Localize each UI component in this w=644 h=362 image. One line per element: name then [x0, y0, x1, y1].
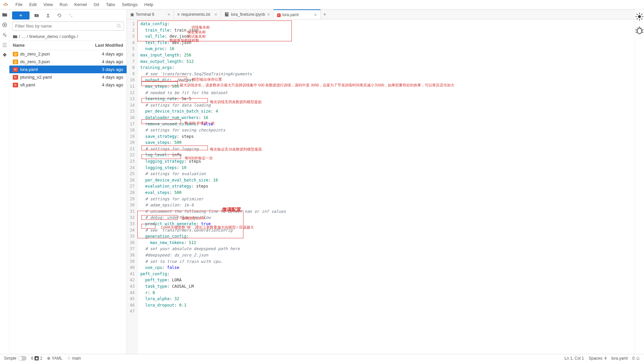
tab-icon: ▣	[130, 12, 134, 17]
annotation: 微调类型LoRA	[181, 215, 205, 221]
tab-label: lora_finetune.ipynb	[231, 12, 265, 17]
file-modified: 4 days ago	[102, 59, 123, 64]
file-indicator: lora.yaml	[611, 356, 628, 361]
menu-file[interactable]: File	[12, 1, 26, 8]
svg-point-0	[5, 3, 6, 4]
svg-rect-2	[4, 24, 5, 26]
file-modified: 4 days ago	[102, 82, 123, 87]
toc-icon[interactable]	[2, 42, 7, 48]
close-icon[interactable]: ×	[168, 12, 170, 17]
file-browser: + / … / finetune_demo / configs / Name L…	[9, 9, 127, 354]
col-modified[interactable]: Last Modified	[95, 43, 123, 48]
file-row[interactable]: Y:sft.yaml4 days ago	[9, 81, 127, 89]
menu-settings[interactable]: Settings	[119, 1, 141, 8]
filter-files-input[interactable]	[12, 22, 124, 31]
svg-rect-5	[47, 17, 50, 17]
property-inspector-icon[interactable]	[635, 12, 644, 21]
tab[interactable]: 📓lora_finetune.ipynb×	[221, 9, 274, 19]
extensions-icon[interactable]	[2, 52, 7, 58]
file-row[interactable]: {}ds_zero_2.json4 days ago	[9, 50, 127, 58]
menu-help[interactable]: Help	[141, 1, 157, 8]
file-row[interactable]: Y:ptuning_v2.yaml4 days ago	[9, 73, 127, 81]
refresh-icon[interactable]	[57, 13, 62, 18]
code-editor[interactable]: 1234567891011121314151617181920212223242…	[127, 19, 635, 354]
tab-icon: 📓	[224, 12, 229, 17]
git-icon[interactable]	[2, 32, 7, 38]
file-row[interactable]: {}ds_zero_3.json4 days ago	[9, 58, 127, 66]
search-icon	[117, 24, 121, 28]
status-bar: Simple 6▣2 ⊕ YAML ♢ main Ln 1, Col 1 Spa…	[0, 354, 644, 362]
annotation: 每 500 步保存一次	[185, 120, 215, 126]
annotation: 模型输出保存位置	[192, 77, 222, 82]
cursor-position[interactable]: Ln 1, Col 1	[564, 356, 584, 361]
svg-point-8	[117, 24, 120, 27]
tab-label: requirements.txt	[181, 12, 210, 17]
svg-point-10	[637, 28, 642, 34]
tab[interactable]: ≡requirements.txt×	[174, 9, 221, 19]
git-branch[interactable]: ♢ main	[67, 356, 81, 361]
file-row[interactable]: Y:lora.yaml3 days ago	[9, 66, 127, 73]
folder-icon	[13, 34, 17, 39]
tab[interactable]: ▣Terminal 6×	[127, 9, 174, 19]
annotation: 数据集加载线程数	[170, 38, 199, 43]
error-count[interactable]: 0	[632, 356, 640, 361]
annotation: 最大训练步长，该参数表示最大只选择训练集中 500 条数据进行训练，源码中是 3…	[180, 82, 454, 88]
file-name: ds_zero_3.json	[20, 59, 50, 64]
left-activity-bar	[0, 9, 9, 354]
running-icon[interactable]	[2, 22, 7, 28]
col-name[interactable]: Name	[13, 43, 25, 48]
file-modified: 3 days ago	[102, 67, 123, 72]
file-modified: 4 days ago	[102, 51, 123, 56]
menubar: FileEditViewRunKernelGitTabsSettingsHelp	[0, 0, 644, 9]
new-launcher-button[interactable]: +	[12, 11, 30, 19]
close-icon[interactable]: ×	[314, 12, 317, 17]
lang-status[interactable]: ⊕ YAML	[47, 356, 62, 361]
annotation: LoRA关键参数 '秩'，理论上参数量越大的模型 r 应该越大	[161, 225, 254, 230]
menu-run[interactable]: Run	[56, 1, 71, 8]
svg-point-6	[70, 14, 71, 15]
spaces-indicator[interactable]: Spaces: 4	[589, 356, 606, 361]
new-folder-icon[interactable]	[34, 13, 39, 18]
folder-icon[interactable]	[2, 12, 7, 17]
filetype-badge: Y:	[13, 75, 18, 80]
annotation: 每次验证丢16条数据到模型里面	[210, 147, 262, 152]
file-name: sft.yaml	[20, 82, 35, 87]
breadcrumb[interactable]: / … / finetune_demo / configs /	[9, 33, 127, 40]
tab-icon: ≡	[177, 12, 180, 17]
file-name: lora.yaml	[20, 67, 38, 72]
menu-tabs[interactable]: Tabs	[102, 1, 118, 8]
tab-bar: ▣Terminal 6×≡requirements.txt×📓lora_fine…	[127, 9, 635, 19]
menu-git[interactable]: Git	[90, 1, 103, 8]
file-modified: 4 days ago	[102, 75, 123, 80]
right-activity-bar	[635, 9, 644, 354]
tab-label: lora.yaml	[282, 12, 299, 17]
kernel-count[interactable]: 6▣2	[31, 356, 42, 361]
close-icon[interactable]: ×	[267, 12, 270, 17]
file-name: ptuning_v2.yaml	[20, 75, 52, 80]
git-toggle-icon[interactable]	[68, 13, 73, 18]
filetype-badge: Y:	[13, 83, 18, 87]
upload-icon[interactable]	[46, 13, 50, 18]
filetype-badge: {}	[13, 59, 18, 64]
jupyter-logo-icon	[3, 2, 9, 8]
bell-icon	[636, 356, 640, 360]
debugger-icon[interactable]	[635, 26, 644, 35]
svg-point-9	[638, 15, 641, 18]
menu-edit[interactable]: Edit	[26, 1, 40, 8]
file-name: ds_zero_2.json	[20, 51, 50, 56]
annotation: 每500步验证一次	[185, 155, 213, 161]
svg-point-7	[71, 16, 73, 17]
annotation: 微调配置	[222, 206, 241, 213]
simple-mode-toggle[interactable]: Simple	[4, 356, 27, 361]
filetype-badge: {}	[13, 52, 18, 56]
add-tab-button[interactable]: +	[321, 11, 329, 17]
menu-kernel[interactable]: Kernel	[71, 1, 90, 8]
tab-label: Terminal 6	[136, 12, 154, 17]
menu-view[interactable]: View	[40, 1, 56, 8]
close-icon[interactable]: ×	[215, 12, 217, 17]
kernel-icon: ▣	[35, 356, 39, 360]
tab-icon: Y:	[277, 12, 281, 17]
filetype-badge: Y:	[13, 67, 18, 72]
annotation: 每次训练丢四条数据到模型里面	[210, 99, 262, 105]
tab[interactable]: Y:lora.yaml×	[274, 9, 321, 19]
